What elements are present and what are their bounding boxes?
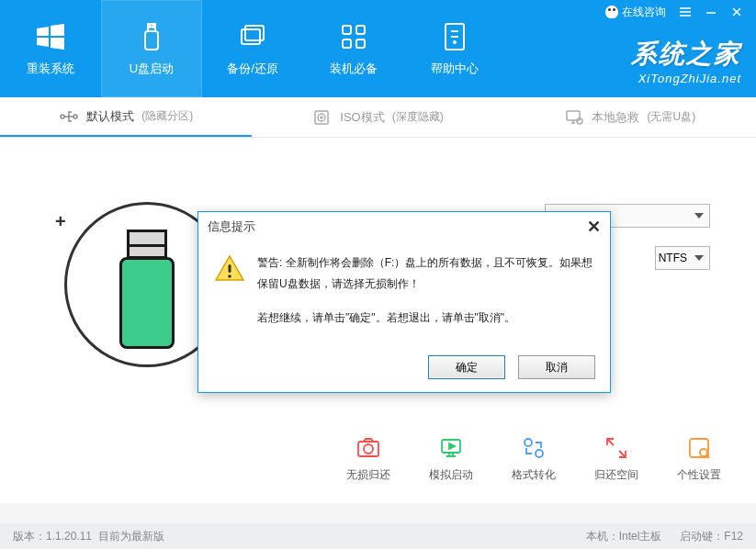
warning-icon [213,252,246,328]
status-left: 版本：1.1.20.11 目前为最新版 [13,529,164,544]
nav-usb-boot[interactable]: U盘启动 [101,0,202,97]
svg-point-2 [149,26,151,28]
close-button[interactable] [730,6,743,18]
mode-label: ISO模式 [340,109,384,126]
ok-button[interactable]: 确定 [428,355,505,379]
status-bar: 版本：1.1.20.11 目前为最新版 本机：Intel主板 启动键：F12 [0,523,756,549]
dialog-title-text: 信息提示 [208,218,255,235]
usb-icon [135,20,168,53]
tool-label: 个性设置 [677,467,721,483]
tool-settings[interactable]: 个性设置 [670,434,728,483]
tool-format-convert[interactable]: 格式转化 [504,434,563,483]
latest-text: 目前为最新版 [98,530,164,543]
nav-label: U盘启动 [130,61,174,77]
svg-point-22 [525,439,532,446]
monitor-icon [564,107,584,128]
tool-row: 无损归还 模拟启动 格式转化 归还空间 个性设置 [339,434,728,483]
backup-icon [236,20,269,53]
nav-label: 装机必备 [330,61,378,77]
tool-return-space[interactable]: 归还空间 [587,434,646,483]
cancel-button[interactable]: 取消 [518,355,595,379]
svg-rect-7 [356,26,365,34]
svg-rect-9 [356,39,365,48]
nav-help[interactable]: 帮助中心 [404,0,505,97]
dialog-warn-line1: 警告: 全新制作将会删除（F:）盘上的所有数据，且不可恢复。如果想保留U盘数据，… [257,252,595,295]
svg-point-11 [454,41,456,43]
svg-rect-6 [343,26,351,34]
filesystem-value: NTFS [659,252,687,264]
brand-url: XiTongZhiJia.net [631,72,741,85]
chevron-down-icon [694,255,704,261]
mode-label: 本地急救 [592,109,639,126]
svg-point-23 [536,450,543,457]
nav-label: 重装系统 [27,61,74,77]
nav-essentials[interactable]: 装机必备 [303,0,404,97]
windows-icon [34,20,67,53]
svg-rect-24 [690,439,708,457]
nav-label: 备份/还原 [227,61,278,77]
dialog-message: 警告: 全新制作将会删除（F:）盘上的所有数据，且不可恢复。如果想保留U盘数据，… [257,252,595,328]
svg-rect-26 [229,264,231,273]
svg-point-27 [228,274,231,278]
bootkey-label: 启动键： [680,530,724,543]
plus-icon: + [55,211,66,232]
confirm-dialog: 信息提示 ✕ 警告: 全新制作将会删除（F:）盘上的所有数据，且不可恢复。如果想… [197,211,611,393]
online-consult-button[interactable]: 在线咨询 [605,5,666,20]
svg-rect-0 [145,31,158,50]
help-icon [438,20,471,53]
tool-label: 模拟启动 [429,467,473,483]
mode-tabs: 默认模式 (隐藏分区) ISO模式 (深度隐藏) 本地急救 (无需U盘) [0,97,756,138]
brand-name: 系统之家 [631,37,741,72]
settings-icon [685,434,713,462]
apps-icon [337,20,370,53]
tool-label: 归还空间 [594,467,638,483]
mode-sub: (无需U盘) [647,109,695,125]
dialog-close-button[interactable]: ✕ [587,217,601,237]
nav-label: 帮助中心 [431,61,479,77]
svg-point-16 [321,117,322,118]
filesystem-dropdown[interactable]: NTFS [655,246,710,270]
svg-point-13 [73,115,77,118]
tool-lossless-return[interactable]: 无损归还 [339,434,398,483]
nav-backup[interactable]: 备份/还原 [202,0,303,97]
version-value: 1.1.20.11 [46,530,92,543]
usb-small-icon [59,106,79,127]
penguin-icon [605,6,618,18]
mode-default[interactable]: 默认模式 (隐藏分区) [0,97,252,137]
dialog-warn-line2: 若想继续，请单击"确定"。若想退出，请单击"取消"。 [257,308,595,329]
svg-point-25 [700,449,707,456]
version-label: 版本： [13,530,46,543]
brand-logo: 系统之家 XiTongZhiJia.net [631,37,741,85]
svg-point-3 [152,26,154,28]
tool-label: 无损归还 [346,467,390,483]
status-right: 本机：Intel主板 启动键：F12 [586,529,743,544]
dialog-body: 警告: 全新制作将会删除（F:）盘上的所有数据，且不可恢复。如果想保留U盘数据，… [198,241,610,346]
tool-simulate-boot[interactable]: 模拟启动 [422,434,480,483]
dialog-actions: 确定 取消 [198,346,610,392]
consult-label: 在线咨询 [622,5,666,20]
svg-point-12 [61,115,64,118]
mode-iso[interactable]: ISO模式 (深度隐藏) [252,97,503,137]
host-label: 本机： [586,530,619,543]
main-nav: 重装系统 U盘启动 备份/还原 装机必备 帮助中心 [0,0,505,97]
host-value: Intel主板 [619,530,662,543]
tool-label: 格式转化 [512,467,556,483]
nav-reinstall[interactable]: 重装系统 [0,0,101,97]
app-header: 在线咨询 重装系统 U盘启动 备份/还原 [0,0,756,97]
convert-icon [520,434,547,462]
menu-icon[interactable] [679,6,692,18]
mode-sub: (深度隐藏) [392,109,444,125]
svg-point-20 [364,444,373,454]
titlebar: 在线咨询 [605,0,756,24]
chevron-down-icon [694,213,704,218]
mode-local[interactable]: 本地急救 (无需U盘) [504,97,756,137]
minimize-button[interactable] [705,6,717,18]
disc-icon [312,107,333,128]
mode-label: 默认模式 [86,108,134,125]
mode-sub: (隐藏分区) [141,108,193,124]
shrink-icon [603,434,630,462]
dialog-titlebar: 信息提示 ✕ [198,212,610,241]
play-icon [437,434,465,462]
camera-icon [355,434,382,462]
svg-rect-8 [343,39,351,48]
